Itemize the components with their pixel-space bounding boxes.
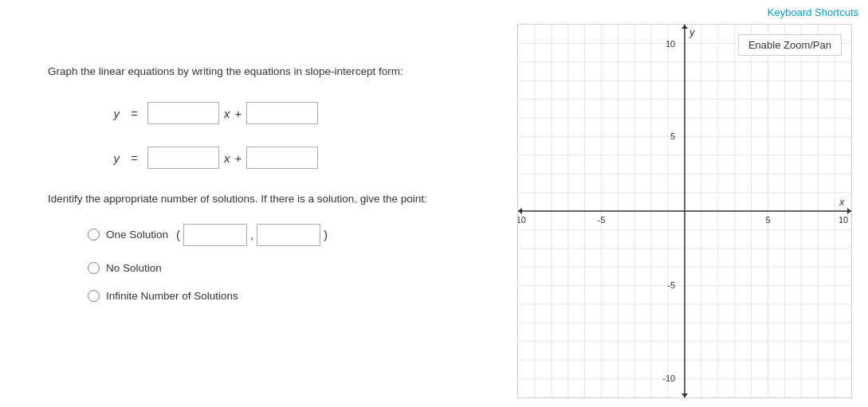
solution-y-input[interactable] [257, 224, 320, 246]
one-solution-inputs: ( , ) [176, 224, 328, 246]
left-panel: Graph the linear equations by writing th… [48, 64, 478, 318]
one-solution-radio[interactable] [88, 229, 100, 241]
instruction-text: Graph the linear equations by writing th… [48, 64, 478, 80]
x-axis-label: x [839, 196, 845, 208]
y-tick-10: 10 [666, 39, 675, 49]
eq1-plus: + [235, 107, 242, 120]
y-tick--10: -10 [662, 374, 675, 383]
eq2-x-label: x [224, 151, 230, 165]
x-tick-5: 5 [765, 215, 770, 225]
enable-zoom-button[interactable]: Enable Zoom/Pan [738, 34, 842, 56]
eq2-plus: + [235, 151, 242, 165]
eq1-x-label: x [224, 107, 230, 120]
x-tick--10: -10 [518, 215, 526, 225]
eq1-intercept-input[interactable] [246, 102, 318, 124]
open-paren: ( [176, 228, 180, 241]
eq2-slope-input[interactable] [147, 147, 219, 169]
keyboard-shortcuts-link[interactable]: Keyboard Shortcuts [768, 6, 858, 18]
solution-x-input[interactable] [183, 224, 247, 246]
one-solution-row: One Solution ( , ) [88, 224, 478, 246]
infinite-solutions-radio[interactable] [88, 290, 100, 302]
comma: , [250, 229, 253, 241]
y-tick-5: 5 [670, 131, 675, 141]
eq2-equals: = [128, 151, 141, 165]
equation-2-row: y = x + [96, 147, 478, 169]
graph-svg: x y -10 -5 5 10 10 5 -5 -10 [518, 25, 851, 397]
graph-panel: Enable Zoom/Pan [517, 24, 852, 398]
no-solution-label[interactable]: No Solution [106, 262, 162, 274]
close-paren: ) [324, 228, 328, 241]
one-solution-label[interactable]: One Solution [106, 229, 168, 241]
x-tick--5: -5 [598, 215, 606, 225]
x-tick-10: 10 [839, 215, 848, 225]
eq2-y-label: y [96, 151, 120, 165]
eq1-equals: = [128, 107, 141, 120]
infinite-solutions-row: Infinite Number of Solutions [88, 290, 478, 302]
eq1-slope-input[interactable] [147, 102, 219, 124]
eq1-y-label: y [96, 107, 120, 120]
infinite-solutions-label[interactable]: Infinite Number of Solutions [106, 290, 238, 302]
solutions-section: Identify the appropriate number of solut… [48, 191, 478, 301]
y-tick--5: -5 [667, 280, 675, 290]
solutions-instruction: Identify the appropriate number of solut… [48, 191, 478, 207]
equation-1-row: y = x + [96, 102, 478, 124]
no-solution-radio[interactable] [88, 262, 100, 274]
eq2-intercept-input[interactable] [246, 147, 318, 169]
no-solution-row: No Solution [88, 262, 478, 274]
